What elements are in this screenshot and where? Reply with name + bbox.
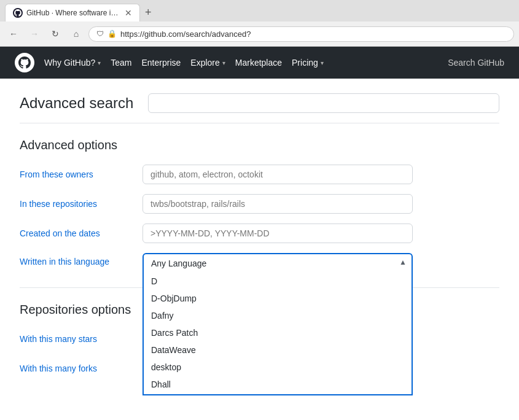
language-select[interactable]: Any Language — [142, 253, 413, 273]
dropdown-item-dataweave[interactable]: DataWeave — [144, 341, 412, 359]
tab-favicon — [13, 8, 23, 18]
nav-explore[interactable]: Explore ▾ — [190, 58, 225, 68]
created-dates-label: Created on the dates — [20, 228, 142, 238]
dropdown-item-dhall[interactable]: Dhall — [144, 376, 412, 393]
search-header-input[interactable] — [148, 93, 499, 113]
in-repositories-input[interactable] — [142, 194, 413, 214]
dropdown-item-diff[interactable]: Diff — [144, 393, 412, 395]
dropdown-item-dafny[interactable]: Dafny — [144, 307, 412, 324]
from-owners-input[interactable] — [142, 165, 413, 184]
language-group: Written in this language Any Language ▲ … — [20, 253, 499, 273]
address-bar: 🛡 🔒 — [88, 26, 514, 42]
back-button[interactable]: ← — [5, 25, 22, 42]
chevron-down-icon: ▾ — [222, 60, 225, 66]
tab-title: GitHub · Where software is bui... — [26, 9, 121, 17]
in-repositories-label: In these repositories — [20, 199, 142, 209]
reload-button[interactable]: ↻ — [47, 25, 64, 42]
in-repositories-group: In these repositories — [20, 194, 499, 214]
github-logo[interactable] — [15, 53, 34, 72]
chevron-down-icon: ▾ — [321, 60, 324, 66]
nav-why-github[interactable]: Why GitHub? ▾ — [44, 58, 101, 68]
advanced-options-section: Advanced options From these owners In th… — [20, 138, 499, 273]
tab-bar: GitHub · Where software is bui... ✕ + — [0, 0, 519, 21]
from-owners-label: From these owners — [20, 169, 142, 179]
language-label: Written in this language — [20, 257, 142, 266]
browser-chrome: GitHub · Where software is bui... ✕ + ← … — [0, 0, 519, 47]
nav-enterprise[interactable]: Enterprise — [141, 58, 181, 68]
language-select-wrapper: Any Language ▲ D D-ObjDump Dafny Darcs P… — [142, 253, 413, 273]
advanced-search-header: Advanced search — [20, 93, 499, 123]
active-tab[interactable]: GitHub · Where software is bui... ✕ — [5, 4, 140, 21]
nav-pricing[interactable]: Pricing ▾ — [292, 58, 324, 68]
new-tab-button[interactable]: + — [140, 6, 157, 19]
advanced-options-title: Advanced options — [20, 138, 499, 152]
from-owners-group: From these owners — [20, 165, 499, 184]
dropdown-item-darcs[interactable]: Darcs Patch — [144, 324, 412, 341]
page-content: Advanced search Advanced options From th… — [0, 79, 519, 403]
forks-label: With this many forks — [20, 364, 142, 373]
search-github-link[interactable]: Search GitHub — [448, 58, 504, 68]
address-bar-row: ← → ↻ ⌂ 🛡 🔒 — [0, 21, 519, 46]
home-button[interactable]: ⌂ — [68, 25, 85, 42]
dropdown-item-desktop[interactable]: desktop — [144, 359, 412, 376]
forward-button[interactable]: → — [26, 25, 43, 42]
github-nav: Why GitHub? ▾ Team Enterprise Explore ▾ … — [0, 47, 519, 79]
url-input[interactable] — [120, 29, 506, 39]
tab-close-button[interactable]: ✕ — [125, 9, 132, 17]
lock-icon: 🔒 — [107, 29, 117, 38]
created-dates-input[interactable] — [142, 224, 413, 243]
stars-label: With this many stars — [20, 334, 142, 344]
dropdown-item-d[interactable]: D — [144, 273, 412, 290]
language-dropdown-list: D D-ObjDump Dafny Darcs Patch DataWeave … — [142, 273, 413, 395]
dropdown-item-dobjdump[interactable]: D-ObjDump — [144, 290, 412, 307]
shield-icon: 🛡 — [96, 29, 104, 38]
nav-marketplace[interactable]: Marketplace — [235, 58, 282, 68]
created-dates-group: Created on the dates — [20, 224, 499, 243]
chevron-down-icon: ▾ — [98, 60, 101, 66]
page-title: Advanced search — [20, 95, 133, 112]
nav-team[interactable]: Team — [111, 58, 131, 68]
